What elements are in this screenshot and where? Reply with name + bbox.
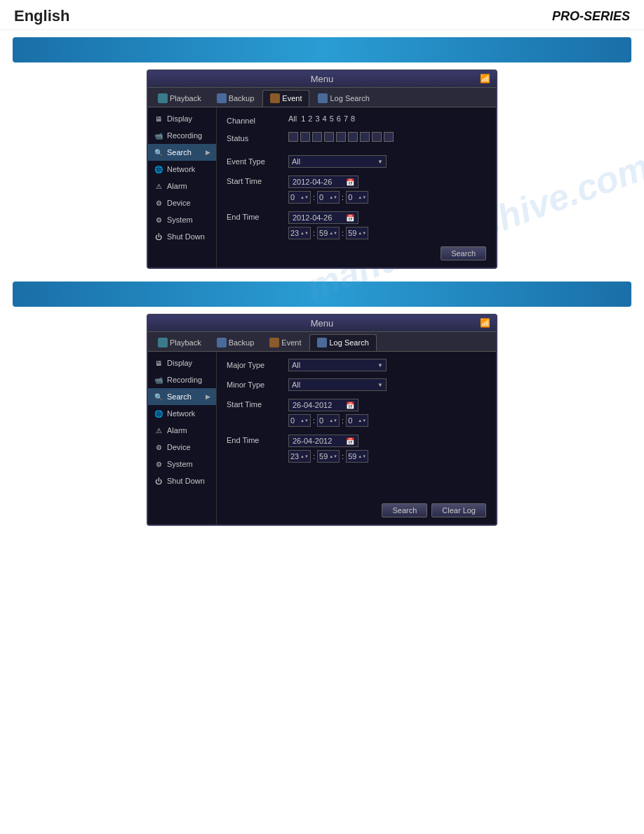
end-date-field-2[interactable]: 26-04-2012 📅: [288, 435, 358, 447]
sidebar-item-search-1[interactable]: 🔍 Search ▶: [148, 144, 216, 161]
tab-playback-1[interactable]: Playback: [151, 90, 208, 107]
search-button-1[interactable]: Search: [441, 246, 486, 260]
start-sec-spin-2[interactable]: 0 ▲▼: [346, 414, 368, 427]
event-type-dropdown[interactable]: All ▼: [288, 155, 387, 168]
start-time-value-2: 26-04-2012 📅 0 ▲▼ : 0 ▲▼: [288, 398, 486, 427]
status-cb-3[interactable]: [312, 132, 322, 142]
menu-2: Menu 📶 Playback Backup Event Log Search: [147, 314, 497, 526]
end-time-label: End Time: [227, 211, 283, 221]
major-type-value: All: [292, 361, 300, 369]
sidebar-item-display-1[interactable]: 🖥 Display: [148, 110, 216, 127]
clear-log-button[interactable]: Clear Log: [431, 503, 486, 517]
status-cb-4[interactable]: [324, 132, 334, 142]
sidebar-item-alarm-1[interactable]: ⚠ Alarm: [148, 178, 216, 194]
ch7: 7: [344, 114, 348, 123]
sidebar-item-search-2[interactable]: 🔍 Search ▶: [148, 388, 216, 405]
end-time-value: 2012-04-26 📅 23 ▲▼ : 59 ▲▼: [288, 211, 486, 239]
event-type-arrow: ▼: [377, 159, 383, 165]
ch2: 2: [308, 114, 312, 123]
end-time-group: 23 ▲▼ : 59 ▲▼ : 59 ▲▼: [288, 227, 486, 239]
ch1: 1: [301, 114, 305, 123]
channel-label: Channel: [227, 114, 283, 125]
search-arrow-1: ▶: [206, 149, 210, 156]
end-date-text-2: 26-04-2012: [293, 437, 332, 445]
tab-event-2[interactable]: Event: [262, 334, 308, 351]
status-cb-7[interactable]: [360, 132, 370, 142]
end-hour-spin-2[interactable]: 23 ▲▼: [288, 450, 311, 463]
search-arrow-2: ▶: [206, 393, 210, 400]
status-cb-2[interactable]: [300, 132, 310, 142]
start-hour-spin[interactable]: 0 ▲▼: [288, 191, 311, 204]
btn-row-2: Search Clear Log: [227, 503, 486, 517]
menu-body-1: 🖥 Display 📹 Recording 🔍 Search ▶ 🌐 Netwo…: [148, 107, 496, 267]
backup-icon-2: [217, 338, 227, 348]
tab-logsearch-2[interactable]: Log Search: [309, 334, 376, 351]
sidebar-item-network-1[interactable]: 🌐 Network: [148, 161, 216, 178]
recording-icon-2: 📹: [154, 375, 163, 385]
logsearch-icon-1: [318, 93, 328, 103]
start-min-spin[interactable]: 0 ▲▼: [317, 191, 340, 204]
sidebar-item-alarm-2[interactable]: ⚠ Alarm: [148, 422, 216, 439]
end-time-label-2: End Time: [227, 434, 283, 444]
menu-title-1: Menu: [311, 74, 334, 84]
tab-playback-2[interactable]: Playback: [151, 334, 208, 351]
end-date-field[interactable]: 2012-04-26 📅: [288, 211, 358, 224]
sidebar-item-recording-2[interactable]: 📹 Recording: [148, 371, 216, 388]
status-cb-8[interactable]: [372, 132, 382, 142]
tab-backup-1[interactable]: Backup: [210, 90, 262, 107]
sidebar-item-system-1[interactable]: ⚙ System: [148, 211, 216, 228]
shutdown-icon-2: ⏻: [154, 476, 163, 486]
end-min-spin-2[interactable]: 59 ▲▼: [317, 450, 340, 463]
end-hour-spin[interactable]: 23 ▲▼: [288, 227, 311, 239]
minor-type-label: Minor Type: [227, 378, 283, 389]
search-icon-1: 🔍: [154, 147, 163, 157]
start-hour-spin-2[interactable]: 0 ▲▼: [288, 414, 311, 427]
start-min-spin-2[interactable]: 0 ▲▼: [317, 414, 340, 427]
end-cal-icon: 📅: [346, 214, 354, 222]
channel-values: All 1 2 3 4 5 6 7 8: [288, 114, 486, 123]
tab-event-1[interactable]: Event: [262, 90, 309, 107]
sidebar-item-device-1[interactable]: ⚙ Device: [148, 194, 216, 211]
wifi-icon-2: 📶: [480, 318, 490, 328]
tab-logsearch-1[interactable]: Log Search: [311, 90, 376, 107]
event-type-label: Event Type: [227, 155, 283, 166]
start-date-field-2[interactable]: 26-04-2012 📅: [288, 399, 358, 411]
status-cb-1[interactable]: [288, 132, 298, 142]
minor-type-dropdown[interactable]: All ▼: [288, 378, 387, 391]
sidebar-1: 🖥 Display 📹 Recording 🔍 Search ▶ 🌐 Netwo…: [148, 107, 217, 267]
channel-all: All: [288, 114, 297, 123]
search-button-2[interactable]: Search: [382, 503, 427, 517]
sidebar-item-network-2[interactable]: 🌐 Network: [148, 405, 216, 422]
end-time-row-2: End Time 26-04-2012 📅 23 ▲▼ :: [227, 434, 486, 463]
end-sec-spin[interactable]: 59 ▲▼: [346, 227, 368, 239]
ch5: 5: [330, 114, 334, 123]
search-icon-2: 🔍: [154, 392, 163, 402]
status-cb-6[interactable]: [348, 132, 358, 142]
end-date-text: 2012-04-26: [293, 213, 332, 222]
major-type-dropdown[interactable]: All ▼: [288, 359, 387, 371]
start-date-field[interactable]: 2012-04-26 📅: [288, 176, 358, 188]
english-label: English: [14, 7, 69, 25]
end-time-group-2: 23 ▲▼ : 59 ▲▼ : 59 ▲▼: [288, 450, 486, 463]
sidebar-item-system-2[interactable]: ⚙ System: [148, 456, 216, 472]
sidebar-item-device-2[interactable]: ⚙ Device: [148, 439, 216, 456]
proseries-label: PRO-SERIES: [552, 9, 630, 24]
start-sec-spin[interactable]: 0 ▲▼: [346, 191, 368, 204]
status-cb-9[interactable]: [384, 132, 394, 142]
end-time-value-2: 26-04-2012 📅 23 ▲▼ : 59 ▲▼: [288, 434, 486, 463]
sidebar-item-shutdown-2[interactable]: ⏻ Shut Down: [148, 472, 216, 489]
alarm-icon-1: ⚠: [154, 181, 163, 191]
sidebar-item-display-2[interactable]: 🖥 Display: [148, 355, 216, 371]
tab-backup-2[interactable]: Backup: [210, 334, 262, 351]
end-sec-spin-2[interactable]: 59 ▲▼: [346, 450, 368, 463]
menu-1: Menu 📶 Playback Backup Event Log Search: [147, 70, 497, 269]
tab-bar-2: Playback Backup Event Log Search: [148, 332, 496, 352]
sidebar-item-recording-1[interactable]: 📹 Recording: [148, 127, 216, 144]
wifi-icon-1: 📶: [480, 74, 490, 84]
minor-type-arrow: ▼: [377, 382, 383, 388]
ch8: 8: [351, 114, 355, 123]
status-cb-5[interactable]: [336, 132, 346, 142]
channel-row: Channel All 1 2 3 4 5 6 7 8: [227, 114, 486, 125]
sidebar-item-shutdown-1[interactable]: ⏻ Shut Down: [148, 228, 216, 245]
end-min-spin[interactable]: 59 ▲▼: [317, 227, 340, 239]
